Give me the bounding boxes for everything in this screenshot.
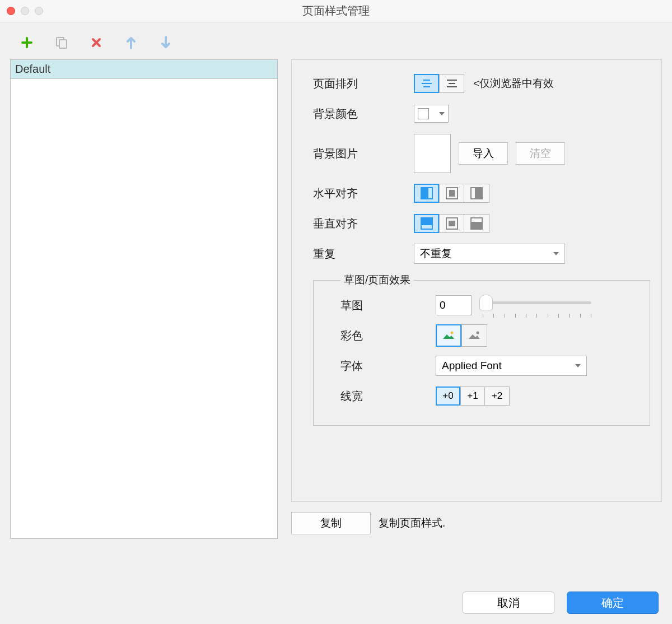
arrow-down-icon[interactable] xyxy=(159,36,172,49)
label-color-mode: 彩色 xyxy=(340,328,436,343)
row-bg-image: 背景图片 导入 清空 xyxy=(313,133,650,174)
copy-icon[interactable] xyxy=(55,36,68,49)
cancel-button[interactable]: 取消 xyxy=(463,592,554,614)
slider-track xyxy=(483,301,591,304)
font-select[interactable]: Applied Font xyxy=(436,356,587,376)
row-page-arrange: 页面排列 <仅浏览器中有效 xyxy=(313,72,650,95)
svg-marker-11 xyxy=(469,334,480,339)
color-mode-gray[interactable] xyxy=(461,324,487,347)
label-line-width: 线宽 xyxy=(340,389,436,404)
svg-point-10 xyxy=(451,332,454,334)
row-line-width: 线宽 +0 +1 +2 xyxy=(340,385,640,407)
row-v-align: 垂直对齐 xyxy=(313,212,650,235)
repeat-select[interactable]: 不重复 xyxy=(414,244,565,264)
right-column: 页面排列 <仅浏览器中有效 背景颜 xyxy=(291,59,662,596)
color-mode-toggle xyxy=(436,324,487,347)
row-repeat: 重复 不重复 xyxy=(313,243,650,265)
label-sketch: 草图 xyxy=(340,298,436,313)
zoom-window-button[interactable] xyxy=(35,7,43,15)
h-align-toggle xyxy=(414,184,489,203)
label-bg-color: 背景颜色 xyxy=(313,106,414,122)
label-bg-image: 背景图片 xyxy=(313,146,414,161)
arrow-up-icon[interactable] xyxy=(124,36,138,49)
color-mode-color[interactable] xyxy=(436,324,461,347)
row-sketch: 草图 xyxy=(340,294,640,316)
repeat-selected-value: 不重复 xyxy=(420,246,452,261)
page-arrange-toggle xyxy=(414,74,464,93)
label-repeat: 重复 xyxy=(313,246,414,262)
window-controls xyxy=(7,7,43,15)
slider-thumb[interactable] xyxy=(479,295,493,310)
page-arrange-justify[interactable] xyxy=(439,74,464,93)
line-width-toggle: +0 +1 +2 xyxy=(436,386,510,406)
copy-style-description: 复制页面样式. xyxy=(379,516,445,530)
copy-style-button[interactable]: 复制 xyxy=(291,512,371,534)
svg-rect-8 xyxy=(442,330,455,341)
font-selected-value: Applied Font xyxy=(442,360,502,372)
sketch-slider[interactable] xyxy=(479,297,591,314)
v-align-top[interactable] xyxy=(414,214,439,233)
page-arrange-hint: <仅浏览器中有效 xyxy=(473,76,554,91)
left-column: Default xyxy=(10,59,278,596)
label-page-arrange: 页面排列 xyxy=(313,76,414,91)
row-h-align: 水平对齐 xyxy=(313,182,650,204)
titlebar: 页面样式管理 xyxy=(0,0,672,22)
label-v-align: 垂直对齐 xyxy=(313,216,414,231)
ok-button[interactable]: 确定 xyxy=(567,592,659,614)
sketch-input[interactable] xyxy=(436,295,472,315)
chevron-down-icon xyxy=(575,364,581,367)
close-window-button[interactable] xyxy=(7,7,15,15)
line-width-0[interactable]: +0 xyxy=(436,386,460,406)
minimize-window-button[interactable] xyxy=(21,7,29,15)
h-align-right[interactable] xyxy=(464,184,489,203)
chevron-down-icon xyxy=(439,112,445,115)
bg-color-picker[interactable] xyxy=(414,105,449,123)
line-width-2[interactable]: +2 xyxy=(485,386,510,406)
svg-point-12 xyxy=(477,332,479,334)
below-panel: 复制 复制页面样式. xyxy=(291,512,662,534)
delete-icon[interactable] xyxy=(90,36,103,49)
v-align-bottom[interactable] xyxy=(464,214,489,233)
content: Default 页面排列 xyxy=(0,22,672,624)
h-align-left[interactable] xyxy=(414,184,439,203)
style-list-item-default[interactable]: Default xyxy=(11,60,277,79)
label-font: 字体 xyxy=(340,358,436,374)
row-bg-color: 背景颜色 xyxy=(313,103,650,125)
v-align-middle[interactable] xyxy=(439,214,464,233)
settings-panel: 页面排列 <仅浏览器中有效 背景颜 xyxy=(291,59,662,502)
main-row: Default 页面排列 xyxy=(10,59,662,596)
color-swatch xyxy=(418,108,429,119)
footer-buttons: 取消 确定 xyxy=(463,592,659,614)
styles-toolbar xyxy=(10,29,662,56)
h-align-center[interactable] xyxy=(439,184,464,203)
add-icon[interactable] xyxy=(20,36,34,49)
row-font: 字体 Applied Font xyxy=(340,355,640,377)
row-color-mode: 彩色 xyxy=(340,324,640,347)
page-arrange-center[interactable] xyxy=(414,74,439,93)
slider-ticks xyxy=(483,314,591,318)
sketch-effects-group: 草图/页面效果 草图 xyxy=(313,273,650,426)
line-width-1[interactable]: +1 xyxy=(460,386,485,406)
import-button[interactable]: 导入 xyxy=(459,142,508,165)
label-h-align: 水平对齐 xyxy=(313,186,414,201)
chevron-down-icon xyxy=(553,252,559,255)
v-align-toggle xyxy=(414,214,489,233)
window-title: 页面样式管理 xyxy=(0,3,672,18)
svg-rect-1 xyxy=(59,40,67,48)
bg-image-preview xyxy=(414,134,451,173)
style-list[interactable]: Default xyxy=(10,59,278,539)
fx-legend: 草图/页面效果 xyxy=(340,273,414,287)
svg-marker-9 xyxy=(443,334,454,339)
clear-button[interactable]: 清空 xyxy=(516,142,565,165)
